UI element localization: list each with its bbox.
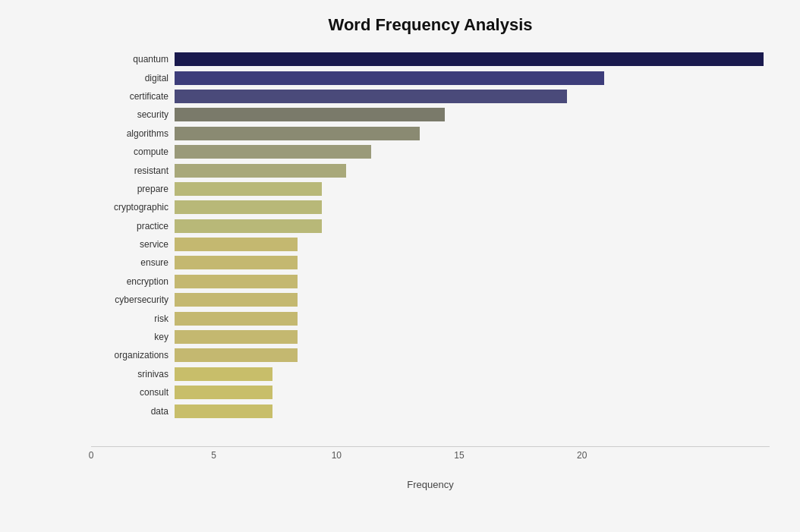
bar-row: certificate [91, 88, 770, 105]
bar-rect [175, 108, 445, 121]
bar-rect [175, 200, 322, 214]
bar-label: resistant [91, 165, 175, 176]
bar-label: compute [91, 146, 175, 157]
bar-row: algorithms [91, 125, 770, 142]
bar-row: quantum [91, 51, 770, 68]
x-tick-label: 20 [577, 450, 587, 461]
bar-row: srinivas [91, 366, 770, 382]
bar-row: ensure [91, 254, 770, 271]
bar-rect [175, 405, 272, 418]
bar-label: consult [91, 387, 175, 398]
bar-label: cryptographic [91, 202, 175, 212]
bar-row: organizations [91, 347, 770, 364]
bar-rect [175, 275, 298, 288]
bar-row: encryption [91, 273, 770, 290]
bar-row: prepare [91, 181, 770, 197]
bar-rect [175, 330, 298, 344]
x-axis-line [91, 446, 770, 447]
bar-label: key [91, 332, 175, 342]
bar-label: encryption [91, 276, 175, 287]
bar-rect [175, 256, 298, 269]
bar-label: ensure [91, 257, 175, 268]
bar-row: key [91, 329, 770, 345]
bar-row: service [91, 236, 770, 253]
bar-rect [175, 367, 272, 381]
bar-row: practice [91, 218, 770, 235]
bar-rect [175, 348, 298, 362]
bar-label: srinivas [91, 369, 175, 379]
bar-rect [175, 127, 420, 140]
bar-row: consult [91, 384, 770, 401]
bar-label: risk [91, 313, 175, 324]
bar-rect [175, 386, 272, 399]
bar-row: resistant [91, 162, 770, 179]
bar-label: digital [91, 73, 175, 83]
x-axis: 05101520 Frequency [91, 446, 770, 490]
bar-row: data [91, 403, 770, 420]
bar-rect [175, 238, 298, 251]
bar-row: security [91, 106, 770, 123]
bar-label: security [91, 109, 175, 120]
bar-label: prepare [91, 184, 175, 194]
bar-label: service [91, 239, 175, 250]
bar-rect [175, 312, 298, 326]
bar-rect [175, 90, 567, 103]
bar-rect [175, 293, 298, 307]
bar-rect [175, 52, 764, 66]
bar-rect [175, 71, 604, 85]
x-axis-label: Frequency [91, 479, 770, 490]
x-tick-label: 5 [211, 450, 216, 461]
x-tick-label: 0 [89, 450, 94, 461]
bar-label: organizations [91, 350, 175, 360]
bar-rect [175, 145, 371, 159]
bar-label: practice [91, 221, 175, 231]
bar-label: cybersecurity [91, 294, 175, 305]
chart-container: Word Frequency Analysis quantumdigitalce… [0, 0, 800, 532]
chart-area: quantumdigitalcertificatesecurityalgorit… [91, 50, 770, 490]
x-tick-label: 10 [332, 450, 342, 461]
bar-rect [175, 164, 346, 178]
bar-row: risk [91, 310, 770, 327]
bars-wrapper: quantumdigitalcertificatesecurityalgorit… [91, 50, 770, 443]
bar-row: cryptographic [91, 199, 770, 216]
chart-title: Word Frequency Analysis [91, 15, 770, 35]
bar-label: algorithms [91, 128, 175, 139]
x-tick-label: 15 [454, 450, 464, 461]
bar-row: digital [91, 70, 770, 87]
x-ticks: 05101520 [91, 450, 770, 462]
bar-row: compute [91, 143, 770, 160]
bar-label: certificate [91, 91, 175, 102]
bar-label: data [91, 406, 175, 417]
bar-row: cybersecurity [91, 291, 770, 308]
bar-rect [175, 182, 322, 196]
bar-rect [175, 219, 322, 233]
bar-label: quantum [91, 54, 175, 65]
